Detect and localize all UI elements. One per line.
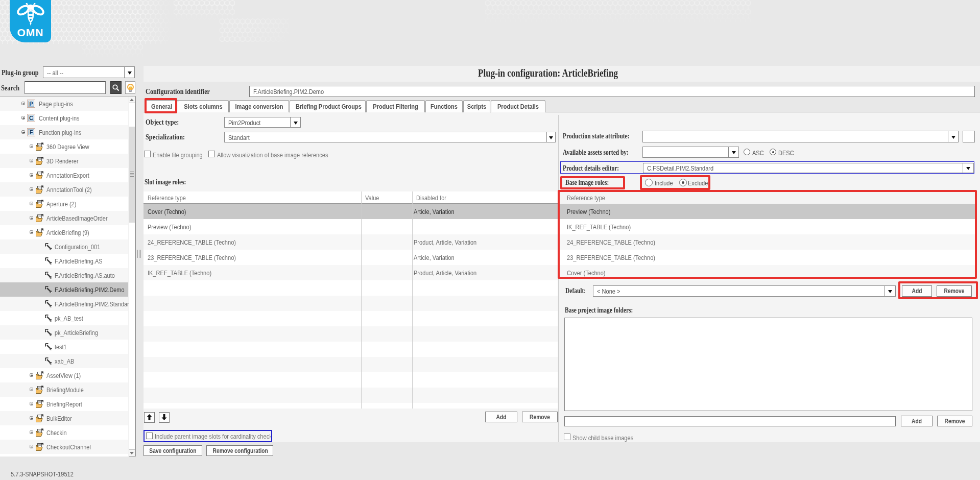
svg-text:P: P xyxy=(29,101,33,107)
svg-text:C: C xyxy=(29,115,33,121)
svg-text:F: F xyxy=(30,129,33,135)
